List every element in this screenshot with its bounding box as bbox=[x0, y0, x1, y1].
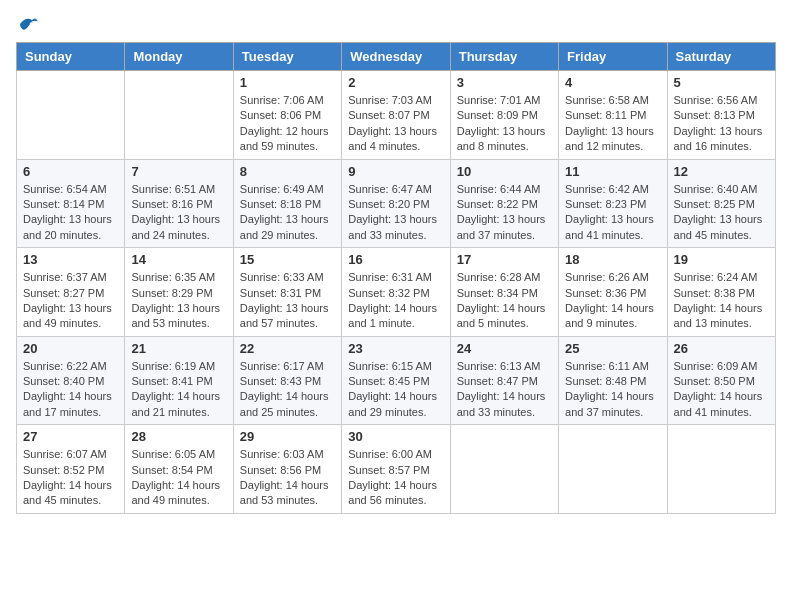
cell-date: 11 bbox=[565, 164, 660, 179]
calendar-cell: 29Sunrise: 6:03 AM Sunset: 8:56 PM Dayli… bbox=[233, 425, 341, 514]
cell-date: 28 bbox=[131, 429, 226, 444]
cell-info: Sunrise: 6:35 AM Sunset: 8:29 PM Dayligh… bbox=[131, 270, 226, 332]
calendar-cell: 19Sunrise: 6:24 AM Sunset: 8:38 PM Dayli… bbox=[667, 248, 775, 337]
cell-date: 23 bbox=[348, 341, 443, 356]
calendar-cell: 16Sunrise: 6:31 AM Sunset: 8:32 PM Dayli… bbox=[342, 248, 450, 337]
cell-info: Sunrise: 6:07 AM Sunset: 8:52 PM Dayligh… bbox=[23, 447, 118, 509]
calendar-cell: 21Sunrise: 6:19 AM Sunset: 8:41 PM Dayli… bbox=[125, 336, 233, 425]
cell-date: 3 bbox=[457, 75, 552, 90]
cell-date: 19 bbox=[674, 252, 769, 267]
cell-info: Sunrise: 6:05 AM Sunset: 8:54 PM Dayligh… bbox=[131, 447, 226, 509]
cell-date: 25 bbox=[565, 341, 660, 356]
calendar-cell: 26Sunrise: 6:09 AM Sunset: 8:50 PM Dayli… bbox=[667, 336, 775, 425]
cell-date: 13 bbox=[23, 252, 118, 267]
cell-info: Sunrise: 6:17 AM Sunset: 8:43 PM Dayligh… bbox=[240, 359, 335, 421]
cell-info: Sunrise: 6:00 AM Sunset: 8:57 PM Dayligh… bbox=[348, 447, 443, 509]
calendar: SundayMondayTuesdayWednesdayThursdayFrid… bbox=[16, 42, 776, 514]
day-header-wednesday: Wednesday bbox=[342, 43, 450, 71]
calendar-cell bbox=[125, 71, 233, 160]
calendar-cell: 7Sunrise: 6:51 AM Sunset: 8:16 PM Daylig… bbox=[125, 159, 233, 248]
calendar-header-row: SundayMondayTuesdayWednesdayThursdayFrid… bbox=[17, 43, 776, 71]
cell-info: Sunrise: 6:15 AM Sunset: 8:45 PM Dayligh… bbox=[348, 359, 443, 421]
cell-date: 4 bbox=[565, 75, 660, 90]
calendar-cell: 25Sunrise: 6:11 AM Sunset: 8:48 PM Dayli… bbox=[559, 336, 667, 425]
cell-info: Sunrise: 6:42 AM Sunset: 8:23 PM Dayligh… bbox=[565, 182, 660, 244]
calendar-cell: 27Sunrise: 6:07 AM Sunset: 8:52 PM Dayli… bbox=[17, 425, 125, 514]
calendar-cell: 17Sunrise: 6:28 AM Sunset: 8:34 PM Dayli… bbox=[450, 248, 558, 337]
cell-info: Sunrise: 6:09 AM Sunset: 8:50 PM Dayligh… bbox=[674, 359, 769, 421]
cell-date: 9 bbox=[348, 164, 443, 179]
cell-date: 5 bbox=[674, 75, 769, 90]
cell-date: 20 bbox=[23, 341, 118, 356]
calendar-cell: 22Sunrise: 6:17 AM Sunset: 8:43 PM Dayli… bbox=[233, 336, 341, 425]
calendar-cell bbox=[450, 425, 558, 514]
calendar-cell bbox=[667, 425, 775, 514]
cell-date: 17 bbox=[457, 252, 552, 267]
cell-info: Sunrise: 6:37 AM Sunset: 8:27 PM Dayligh… bbox=[23, 270, 118, 332]
calendar-cell: 24Sunrise: 6:13 AM Sunset: 8:47 PM Dayli… bbox=[450, 336, 558, 425]
cell-date: 1 bbox=[240, 75, 335, 90]
cell-date: 6 bbox=[23, 164, 118, 179]
day-header-monday: Monday bbox=[125, 43, 233, 71]
cell-info: Sunrise: 7:06 AM Sunset: 8:06 PM Dayligh… bbox=[240, 93, 335, 155]
cell-date: 27 bbox=[23, 429, 118, 444]
calendar-cell: 28Sunrise: 6:05 AM Sunset: 8:54 PM Dayli… bbox=[125, 425, 233, 514]
cell-info: Sunrise: 6:51 AM Sunset: 8:16 PM Dayligh… bbox=[131, 182, 226, 244]
calendar-cell: 8Sunrise: 6:49 AM Sunset: 8:18 PM Daylig… bbox=[233, 159, 341, 248]
cell-info: Sunrise: 6:44 AM Sunset: 8:22 PM Dayligh… bbox=[457, 182, 552, 244]
cell-date: 18 bbox=[565, 252, 660, 267]
calendar-cell bbox=[17, 71, 125, 160]
header bbox=[16, 16, 776, 34]
day-header-sunday: Sunday bbox=[17, 43, 125, 71]
calendar-cell: 4Sunrise: 6:58 AM Sunset: 8:11 PM Daylig… bbox=[559, 71, 667, 160]
cell-date: 26 bbox=[674, 341, 769, 356]
calendar-cell: 1Sunrise: 7:06 AM Sunset: 8:06 PM Daylig… bbox=[233, 71, 341, 160]
calendar-cell: 20Sunrise: 6:22 AM Sunset: 8:40 PM Dayli… bbox=[17, 336, 125, 425]
calendar-week-1: 1Sunrise: 7:06 AM Sunset: 8:06 PM Daylig… bbox=[17, 71, 776, 160]
cell-date: 29 bbox=[240, 429, 335, 444]
calendar-cell: 18Sunrise: 6:26 AM Sunset: 8:36 PM Dayli… bbox=[559, 248, 667, 337]
cell-date: 10 bbox=[457, 164, 552, 179]
calendar-cell: 30Sunrise: 6:00 AM Sunset: 8:57 PM Dayli… bbox=[342, 425, 450, 514]
cell-info: Sunrise: 6:13 AM Sunset: 8:47 PM Dayligh… bbox=[457, 359, 552, 421]
cell-info: Sunrise: 6:31 AM Sunset: 8:32 PM Dayligh… bbox=[348, 270, 443, 332]
calendar-cell: 14Sunrise: 6:35 AM Sunset: 8:29 PM Dayli… bbox=[125, 248, 233, 337]
cell-date: 24 bbox=[457, 341, 552, 356]
cell-info: Sunrise: 6:26 AM Sunset: 8:36 PM Dayligh… bbox=[565, 270, 660, 332]
cell-date: 2 bbox=[348, 75, 443, 90]
cell-info: Sunrise: 6:54 AM Sunset: 8:14 PM Dayligh… bbox=[23, 182, 118, 244]
cell-date: 7 bbox=[131, 164, 226, 179]
calendar-cell: 6Sunrise: 6:54 AM Sunset: 8:14 PM Daylig… bbox=[17, 159, 125, 248]
day-header-friday: Friday bbox=[559, 43, 667, 71]
calendar-week-3: 13Sunrise: 6:37 AM Sunset: 8:27 PM Dayli… bbox=[17, 248, 776, 337]
calendar-cell: 12Sunrise: 6:40 AM Sunset: 8:25 PM Dayli… bbox=[667, 159, 775, 248]
cell-date: 30 bbox=[348, 429, 443, 444]
cell-info: Sunrise: 6:40 AM Sunset: 8:25 PM Dayligh… bbox=[674, 182, 769, 244]
calendar-cell: 11Sunrise: 6:42 AM Sunset: 8:23 PM Dayli… bbox=[559, 159, 667, 248]
cell-date: 15 bbox=[240, 252, 335, 267]
cell-info: Sunrise: 6:03 AM Sunset: 8:56 PM Dayligh… bbox=[240, 447, 335, 509]
calendar-cell: 10Sunrise: 6:44 AM Sunset: 8:22 PM Dayli… bbox=[450, 159, 558, 248]
cell-info: Sunrise: 6:33 AM Sunset: 8:31 PM Dayligh… bbox=[240, 270, 335, 332]
calendar-cell: 5Sunrise: 6:56 AM Sunset: 8:13 PM Daylig… bbox=[667, 71, 775, 160]
cell-date: 22 bbox=[240, 341, 335, 356]
cell-date: 14 bbox=[131, 252, 226, 267]
cell-info: Sunrise: 7:03 AM Sunset: 8:07 PM Dayligh… bbox=[348, 93, 443, 155]
calendar-cell: 3Sunrise: 7:01 AM Sunset: 8:09 PM Daylig… bbox=[450, 71, 558, 160]
day-header-saturday: Saturday bbox=[667, 43, 775, 71]
calendar-cell: 15Sunrise: 6:33 AM Sunset: 8:31 PM Dayli… bbox=[233, 248, 341, 337]
day-header-thursday: Thursday bbox=[450, 43, 558, 71]
cell-info: Sunrise: 6:28 AM Sunset: 8:34 PM Dayligh… bbox=[457, 270, 552, 332]
cell-info: Sunrise: 6:19 AM Sunset: 8:41 PM Dayligh… bbox=[131, 359, 226, 421]
cell-info: Sunrise: 6:11 AM Sunset: 8:48 PM Dayligh… bbox=[565, 359, 660, 421]
calendar-week-4: 20Sunrise: 6:22 AM Sunset: 8:40 PM Dayli… bbox=[17, 336, 776, 425]
logo bbox=[16, 16, 40, 34]
cell-date: 8 bbox=[240, 164, 335, 179]
cell-info: Sunrise: 6:58 AM Sunset: 8:11 PM Dayligh… bbox=[565, 93, 660, 155]
cell-info: Sunrise: 7:01 AM Sunset: 8:09 PM Dayligh… bbox=[457, 93, 552, 155]
calendar-week-5: 27Sunrise: 6:07 AM Sunset: 8:52 PM Dayli… bbox=[17, 425, 776, 514]
cell-date: 21 bbox=[131, 341, 226, 356]
cell-date: 12 bbox=[674, 164, 769, 179]
cell-info: Sunrise: 6:56 AM Sunset: 8:13 PM Dayligh… bbox=[674, 93, 769, 155]
calendar-cell bbox=[559, 425, 667, 514]
